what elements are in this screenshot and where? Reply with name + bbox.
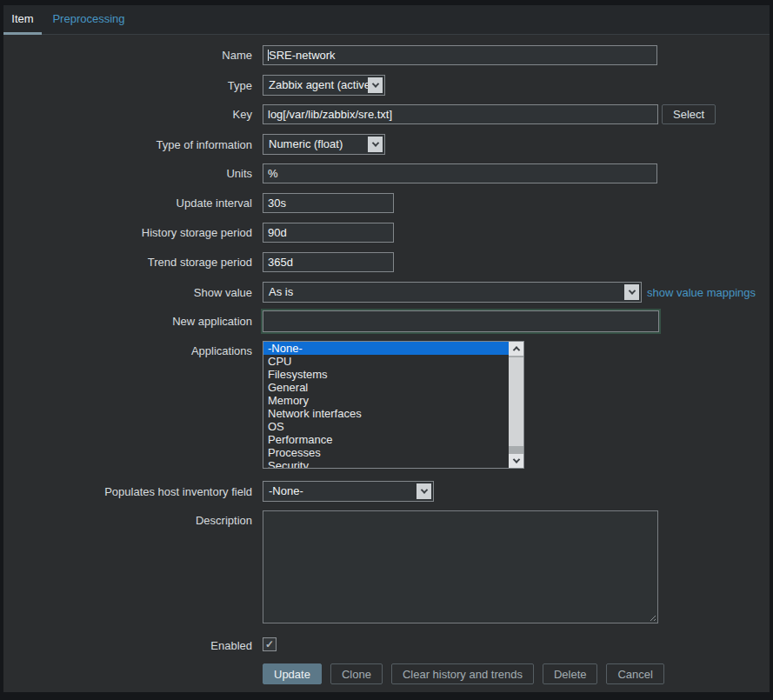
description-textarea[interactable] <box>263 510 658 623</box>
type-of-information-label: Type of information <box>0 138 252 151</box>
chevron-down-icon <box>624 284 639 300</box>
clear-history-button[interactable]: Clear history and trends <box>391 663 534 684</box>
history-storage-period-label: History storage period <box>0 226 252 239</box>
update-interval-label: Update interval <box>0 197 252 210</box>
show-value-label: Show value <box>0 286 252 299</box>
tab-preprocessing-label: Preprocessing <box>52 12 124 25</box>
chevron-down-icon <box>512 456 519 463</box>
applications-scrollbar[interactable] <box>509 342 523 468</box>
application-option[interactable]: Security <box>263 459 509 468</box>
application-option[interactable]: Memory <box>263 394 509 407</box>
type-of-information-value: Numeric (float) <box>269 137 343 150</box>
applications-label: Applications <box>0 344 252 357</box>
scroll-down-button[interactable] <box>509 454 523 468</box>
type-select[interactable]: Zabbix agent (active) <box>263 75 385 96</box>
check-icon: ✓ <box>265 638 274 650</box>
application-option[interactable]: General <box>263 381 509 394</box>
units-label: Units <box>0 167 252 180</box>
key-input[interactable]: log[/var/lib/zabbix/sre.txt] <box>263 104 658 124</box>
new-application-input[interactable] <box>263 310 659 332</box>
footer-buttons: Update Clone Clear history and trends De… <box>263 663 664 684</box>
application-option[interactable]: Processes <box>263 446 509 459</box>
chevron-up-icon <box>512 346 519 353</box>
description-label: Description <box>0 514 252 527</box>
trend-storage-period-value: 365d <box>268 256 293 269</box>
application-option[interactable]: OS <box>263 420 509 433</box>
chevron-down-icon <box>416 483 431 499</box>
key-value: log[/var/lib/zabbix/sre.txt] <box>268 108 392 121</box>
application-option[interactable]: Filesystems <box>263 368 509 381</box>
type-label: Type <box>0 79 252 92</box>
update-button[interactable]: Update <box>263 663 322 684</box>
tab-item[interactable]: Item <box>3 5 42 32</box>
type-of-information-select[interactable]: Numeric (float) <box>263 134 385 155</box>
update-interval-input[interactable]: 30s <box>263 193 394 213</box>
applications-options: -None-CPUFilesystemsGeneralMemoryNetwork… <box>263 342 509 468</box>
chevron-down-icon <box>368 137 383 152</box>
enabled-label: Enabled <box>0 639 252 652</box>
name-label: Name <box>0 49 252 62</box>
clone-button[interactable]: Clone <box>330 663 383 684</box>
tab-active-underline <box>3 32 42 35</box>
tabbar: Item Preprocessing <box>3 5 770 35</box>
enabled-checkbox[interactable]: ✓ <box>263 637 277 651</box>
application-option[interactable]: Performance <box>263 433 509 446</box>
units-input[interactable]: % <box>263 163 657 183</box>
key-label: Key <box>0 108 252 121</box>
trend-storage-period-input[interactable]: 365d <box>263 252 394 272</box>
show-value-mappings-link[interactable]: show value mappings <box>647 286 756 299</box>
applications-listbox[interactable]: -None-CPUFilesystemsGeneralMemoryNetwork… <box>263 341 524 469</box>
history-storage-period-value: 90d <box>268 226 287 239</box>
zabbix-item-config-page: { "tabs": [ { "label": "Item", "active":… <box>0 0 773 700</box>
type-select-value: Zabbix agent (active) <box>269 78 374 91</box>
units-value: % <box>268 167 278 180</box>
tab-preprocessing[interactable]: Preprocessing <box>49 5 129 32</box>
update-interval-value: 30s <box>268 197 286 210</box>
name-input[interactable]: SRE-network <box>263 45 657 65</box>
new-application-label: New application <box>0 315 252 328</box>
application-option[interactable]: CPU <box>263 355 509 368</box>
show-value-select[interactable]: As is <box>263 282 642 303</box>
trend-storage-period-label: Trend storage period <box>0 256 252 269</box>
name-value: SRE-network <box>269 49 336 62</box>
inventory-value: -None- <box>269 484 303 497</box>
inventory-label: Populates host inventory field <box>0 485 252 498</box>
key-select-button[interactable]: Select <box>662 104 716 124</box>
show-value-value: As is <box>269 285 293 298</box>
delete-button[interactable]: Delete <box>543 663 598 684</box>
resize-grip-icon[interactable] <box>648 613 656 621</box>
tab-item-label: Item <box>11 12 33 25</box>
cancel-button[interactable]: Cancel <box>606 663 663 684</box>
history-storage-period-input[interactable]: 90d <box>263 223 394 243</box>
inventory-select[interactable]: -None- <box>263 481 434 502</box>
application-option[interactable]: Network interfaces <box>263 407 509 420</box>
application-option[interactable]: -None- <box>263 342 509 355</box>
scrollbar-thumb[interactable] <box>509 357 523 446</box>
scroll-up-button[interactable] <box>509 342 523 356</box>
chevron-down-icon <box>368 77 383 93</box>
